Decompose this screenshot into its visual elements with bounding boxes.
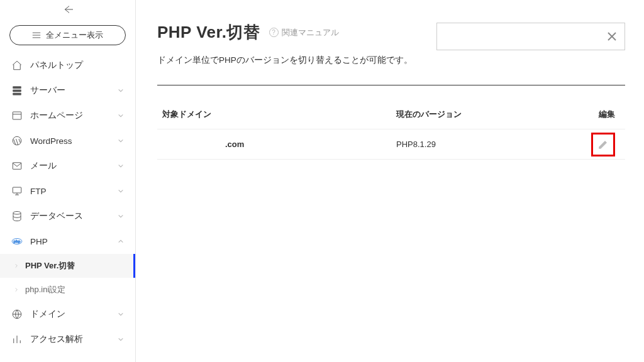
pencil-icon bbox=[597, 139, 609, 150]
all-menu-button[interactable]: 全メニュー表示 bbox=[9, 25, 126, 45]
chevron-down-icon bbox=[118, 311, 124, 317]
globe-icon bbox=[11, 309, 23, 320]
page-description: ドメイン単位でPHPのバージョンを切り替えることが可能です。 bbox=[157, 55, 625, 66]
chart-icon bbox=[11, 334, 23, 345]
svg-rect-10 bbox=[13, 187, 21, 193]
close-icon[interactable] bbox=[607, 31, 617, 41]
svg-rect-4 bbox=[13, 90, 21, 92]
window-icon bbox=[11, 110, 23, 121]
sidebar-item-homepage[interactable]: ホームページ bbox=[0, 103, 135, 128]
hamburger-icon bbox=[32, 31, 41, 39]
sidebar-item-label: FTP bbox=[30, 187, 47, 196]
sidebar-item-label: アクセス解析 bbox=[30, 334, 83, 345]
col-header-version: 現在のバージョン bbox=[396, 109, 585, 120]
chevron-down-icon bbox=[118, 163, 124, 169]
svg-text:php: php bbox=[14, 239, 21, 243]
sidebar-item-server[interactable]: サーバー bbox=[0, 78, 135, 103]
php-icon: php bbox=[11, 236, 23, 247]
sidebar-item-mail[interactable]: メール bbox=[0, 153, 135, 178]
chevron-down-icon bbox=[118, 188, 124, 194]
php-version-table: 対象ドメイン 現在のバージョン 編集 .com PHP8.1.29 bbox=[157, 99, 625, 160]
sidebar-item-label: PHP bbox=[30, 237, 48, 246]
manual-link[interactable]: ? 関連マニュアル bbox=[269, 27, 339, 38]
chevron-down-icon bbox=[118, 112, 124, 119]
page-title: PHP Ver.切替 bbox=[157, 21, 260, 43]
sidebar-item-ftp[interactable]: FTP bbox=[0, 178, 135, 204]
search-box[interactable] bbox=[436, 23, 625, 50]
cell-version: PHP8.1.29 bbox=[396, 140, 585, 149]
table-row: .com PHP8.1.29 bbox=[157, 129, 625, 160]
back-arrow-icon[interactable] bbox=[63, 4, 73, 14]
sidebar-item-domain[interactable]: ドメイン bbox=[0, 302, 135, 327]
sidebar-item-panel-top[interactable]: パネルトップ bbox=[0, 53, 135, 78]
divider bbox=[157, 85, 625, 85]
monitor-icon bbox=[11, 185, 23, 197]
svg-rect-3 bbox=[13, 86, 21, 89]
svg-point-13 bbox=[13, 212, 21, 215]
cell-domain: .com bbox=[157, 140, 396, 149]
sidebar-sub-php-ver[interactable]: PHP Ver.切替 bbox=[0, 254, 135, 278]
col-header-domain: 対象ドメイン bbox=[157, 109, 396, 120]
col-header-edit: 編集 bbox=[585, 109, 625, 120]
help-icon: ? bbox=[269, 28, 279, 37]
home-icon bbox=[11, 60, 23, 71]
server-icon bbox=[11, 85, 23, 96]
sidebar: 全メニュー表示 パネルトップ サーバー ホームページ WordPress bbox=[0, 0, 136, 362]
all-menu-label: 全メニュー表示 bbox=[46, 30, 103, 41]
svg-rect-5 bbox=[13, 93, 21, 96]
wordpress-icon bbox=[11, 135, 23, 146]
edit-button[interactable] bbox=[591, 133, 615, 156]
sidebar-item-label: データベース bbox=[30, 211, 83, 222]
sidebar-item-label: メール bbox=[30, 160, 57, 172]
mail-icon bbox=[11, 160, 23, 172]
sidebar-item-label: サーバー bbox=[30, 85, 65, 96]
chevron-right-icon bbox=[14, 287, 19, 292]
chevron-down-icon bbox=[118, 213, 124, 219]
main-content: PHP Ver.切替 ? 関連マニュアル ドメイン単位でPHPのバージョンを切り… bbox=[136, 0, 644, 362]
chevron-up-icon bbox=[118, 238, 124, 244]
table-header: 対象ドメイン 現在のバージョン 編集 bbox=[157, 99, 625, 129]
svg-rect-6 bbox=[13, 112, 21, 119]
chevron-down-icon bbox=[118, 336, 124, 343]
sidebar-item-database[interactable]: データベース bbox=[0, 204, 135, 229]
sidebar-item-label: ホームページ bbox=[30, 110, 83, 121]
sidebar-sub-php-ini[interactable]: php.ini設定 bbox=[0, 278, 135, 302]
sidebar-item-analytics[interactable]: アクセス解析 bbox=[0, 327, 135, 352]
sidebar-item-wordpress[interactable]: WordPress bbox=[0, 128, 135, 153]
sidebar-item-label: パネルトップ bbox=[30, 60, 83, 71]
svg-rect-9 bbox=[13, 163, 21, 170]
chevron-down-icon bbox=[118, 87, 124, 94]
sidebar-sub-label: PHP Ver.切替 bbox=[25, 260, 75, 272]
sidebar-item-label: WordPress bbox=[30, 136, 72, 146]
sidebar-item-label: ドメイン bbox=[30, 309, 65, 320]
chevron-down-icon bbox=[118, 138, 124, 144]
sidebar-sub-label: php.ini設定 bbox=[25, 284, 65, 295]
database-icon bbox=[11, 211, 23, 222]
sidebar-item-php[interactable]: php PHP bbox=[0, 229, 135, 254]
manual-link-label: 関連マニュアル bbox=[282, 27, 339, 38]
chevron-right-icon bbox=[14, 263, 19, 268]
